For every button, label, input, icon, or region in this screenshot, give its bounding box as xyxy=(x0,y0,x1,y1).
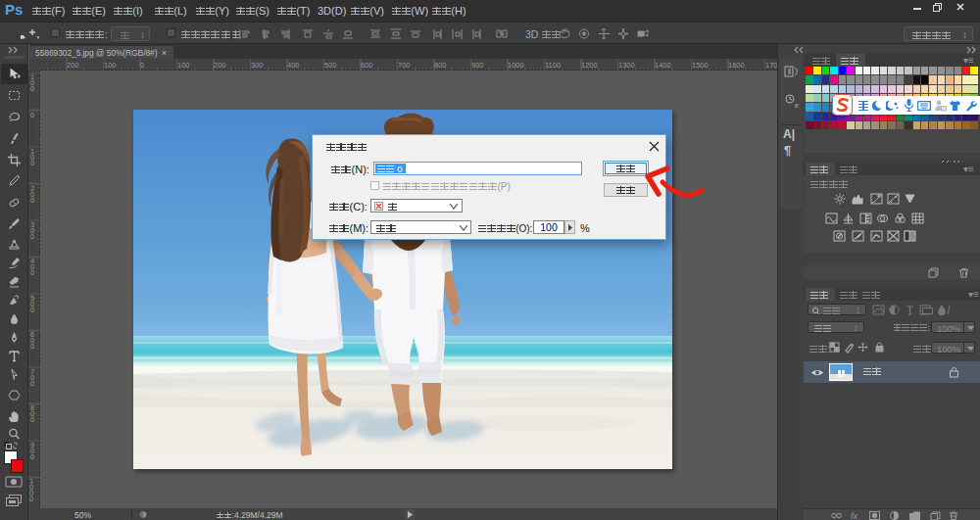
svg-text:fx: fx xyxy=(851,511,858,520)
